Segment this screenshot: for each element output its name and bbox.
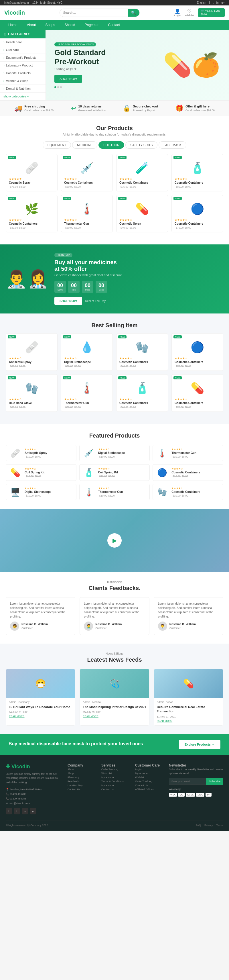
site-logo[interactable]: Vicodin [4, 10, 25, 16]
sidebar-item-healthcare[interactable]: Health care [0, 38, 46, 46]
product-card[interactable]: NEW 🌡️ ★★★★☆ Thermometer Gun $30.00$8.00 [61, 195, 113, 232]
user-icon-area[interactable]: 👤 Login [174, 9, 181, 17]
nav-shops[interactable]: Shops [41, 20, 59, 30]
social-instagram[interactable]: in [22, 808, 28, 815]
dot-2[interactable] [57, 86, 59, 88]
featured-card[interactable]: 🧤 ★★★★☆ Cosmetic Containers $10.00$8.00 [153, 484, 223, 500]
footer-link-ordertrack[interactable]: Order Tracking [101, 767, 130, 772]
news-card[interactable]: 💊 Admin Views Resuire Commercial Real Es… [154, 669, 223, 725]
news-card[interactable]: 🩺 Admin Medical The Most Inspiring Inter… [80, 669, 149, 725]
social-in[interactable]: in [216, 1, 219, 4]
social-fb[interactable]: f [209, 1, 210, 4]
nav-home[interactable]: Home [4, 20, 22, 30]
footer-link-login[interactable]: Login [135, 767, 163, 772]
tab-safety[interactable]: SAFETY SUITS [125, 141, 158, 149]
product-card[interactable]: NEW 🧤 ★★★★☆ Blue Hand Glove $30.00$8.00 [6, 374, 58, 412]
tab-solution[interactable]: SOLUTION [98, 141, 124, 149]
news-read-more[interactable]: READ MORE [83, 715, 146, 718]
featured-card[interactable]: 💉 ★★★★☆ Digital Stethoscope $10.00$8.00 [79, 445, 150, 461]
play-button[interactable]: ▶ [107, 533, 122, 547]
footer-link-myaccount[interactable]: My account [101, 775, 130, 780]
footer-desc: Lorem ipsum is simply dummy text of the … [6, 772, 62, 784]
product-card[interactable]: NEW 🧴 ★★★★☆ Cosmetic Containers $40.00$8… [116, 374, 168, 412]
featured-card[interactable]: 🔵 ★★★★☆ Cosmetic Containers $10.00$8.00 [153, 464, 223, 481]
product-card[interactable]: NEW 💊 ★★★★☆ Cosmetic Containers $75.00$8… [171, 374, 223, 412]
product-card[interactable]: NEW 🩹 ★★★★☆ Antiseptic Spray $30.00$8.00 [6, 333, 58, 371]
nav-shopid[interactable]: Shopid [60, 20, 79, 30]
sidebar-more[interactable]: show categories ▾ [0, 92, 46, 100]
nav-about[interactable]: About [23, 20, 40, 30]
cta-button[interactable]: Explore Products → [179, 740, 220, 749]
featured-card[interactable]: 🧴 ★★★★☆ Coil Spring Kit $10.00$8.00 [79, 464, 150, 481]
footer-link-pharmacy[interactable]: Pharmacy [68, 775, 96, 780]
product-card[interactable]: NEW 💉 ★★★★☆ Cosmetic Containers $30.00$8… [61, 154, 113, 191]
promo-shop-button[interactable]: SHOP NOW [54, 297, 82, 305]
footer-link-ordertrack2[interactable]: Order Tracking [135, 780, 163, 783]
product-card[interactable]: NEW 🌿 ★★★★☆ Cosmetic Containers $30.00$8… [6, 195, 58, 232]
footer-link-shop[interactable]: Shop [68, 772, 96, 775]
dot-1[interactable] [54, 86, 56, 88]
footer-link-myaccount2[interactable]: My account [101, 783, 130, 788]
footer-privacy-link[interactable]: Privacy [204, 824, 213, 827]
promo-deal-link[interactable]: Deal of The Day [85, 299, 106, 302]
search-input[interactable] [60, 9, 128, 17]
footer-link-wishlist[interactable]: Wish List [101, 772, 130, 775]
footer-link-affiliated[interactable]: Affiliated Offices [135, 788, 163, 791]
hero-shop-button[interactable]: SHOP NOW [54, 75, 82, 83]
footer-link-contact[interactable]: Contact Us [68, 788, 96, 791]
featured-card[interactable]: 💊 ★★★★☆ Coil Spring Kit $10.00$8.00 [6, 464, 76, 481]
sidebar: ⊞ CATEGORIES Health care Oral care Equip… [0, 30, 46, 100]
sidebar-item-oralcare[interactable]: Oral care [0, 46, 46, 54]
footer-faq-link[interactable]: FAQ [196, 824, 201, 827]
wishlist-icon-area[interactable]: ♡ Wishlist [185, 9, 194, 17]
social-youtube[interactable]: y [30, 808, 36, 815]
footer-link-terms[interactable]: Terms & Conditions [101, 780, 130, 783]
featured-card[interactable]: 🌡️ ★★★★☆ Thermometer Gun $10.00$8.00 [153, 445, 223, 461]
sidebar-item-vitamin[interactable]: Vitamin & Sleep [0, 77, 46, 85]
sidebar-item-hospital[interactable]: Hospital Products [0, 69, 46, 77]
footer-link-contactus[interactable]: Contact us [101, 788, 130, 791]
footer-link-wishlist2[interactable]: Wishlist [135, 775, 163, 780]
featured-card[interactable]: 🩹 ★★★★☆ Antiseptic Spray $10.00$8.00 [6, 445, 76, 461]
footer-link-myaccount3[interactable]: My account [135, 772, 163, 775]
tab-medicine[interactable]: MEDICINE [72, 141, 97, 149]
nav-pagemar[interactable]: Pagemar [81, 20, 103, 30]
search-button[interactable]: 🔍 [128, 9, 139, 17]
featured-card[interactable]: 🌡️ ★★★★☆ Thermometer Gun $10.00$8.00 [79, 484, 150, 500]
tab-equipment[interactable]: EQUIPMENT [43, 141, 71, 149]
sidebar-item-dental[interactable]: Dental & Nutrition [0, 85, 46, 92]
footer-link-feedback[interactable]: Feedback [68, 780, 96, 783]
social-twitter[interactable]: t [14, 808, 20, 815]
sidebar-item-laboratory[interactable]: Laboratory Product [0, 62, 46, 69]
footer-terms-link[interactable]: Terms [216, 824, 224, 827]
product-card[interactable]: NEW 🔵 ★★★★☆ Cosmetic Containers $75.00$8… [171, 195, 223, 232]
dot-3[interactable] [60, 86, 62, 88]
language-selector[interactable]: English [197, 1, 206, 4]
sidebar-item-equipment[interactable]: Equipment's Products [0, 54, 46, 62]
footer-link-about[interactable]: About [68, 767, 96, 772]
news-read-more[interactable]: READ MORE [9, 715, 72, 718]
product-card[interactable]: NEW 🌡️ ★★★★☆ Thermometer Gun $30.00$8.00 [61, 374, 113, 412]
featured-card[interactable]: 🖥️ ★★★★☆ Digital Stethoscope $10.00$8.00 [6, 484, 76, 500]
product-card[interactable]: NEW 🔵 ★★★★☆ Cosmetic Containers $75.00$8… [171, 333, 223, 371]
news-read-more[interactable]: READ MORE [157, 719, 220, 722]
tab-facemask[interactable]: FACE MASK [159, 141, 186, 149]
footer-link-contactus2[interactable]: Contact Us [135, 783, 163, 788]
social-facebook[interactable]: f [6, 808, 12, 815]
newsletter-submit[interactable]: Subscribe [206, 778, 223, 785]
social-gp[interactable]: g+ [221, 1, 225, 4]
product-card[interactable]: NEW 💧 ★★★★☆ Digital Stethoscope $30.00$8… [61, 333, 113, 371]
cart-button[interactable]: 🛒 YOUR CART $0.00 [198, 8, 225, 17]
newsletter-input[interactable] [169, 778, 206, 785]
search-box[interactable]: 🔍 [60, 9, 140, 17]
footer-link-location[interactable]: Location Map [68, 783, 96, 788]
nav-contact[interactable]: Contact [104, 20, 124, 30]
product-card[interactable]: NEW 🩹 ★★★★★ Cosmetic Spray $75.00$8.00 [6, 154, 58, 191]
product-card[interactable]: NEW 🧴 ★★★★☆ Cosmetic Containers $85.00$8… [171, 154, 223, 191]
product-card[interactable]: NEW 🧪 ★★★★☆ Cosmetic Containers $75.00$8… [116, 154, 168, 191]
footer-logo-icon: ✚ [6, 764, 10, 769]
product-card[interactable]: NEW 🧤 ★★★★☆ Cosmetic Containers $40.00$8… [116, 333, 168, 371]
social-tw[interactable]: t [213, 1, 213, 4]
news-card[interactable]: 😷 Admin Company 10 Brilliant Ways To Dec… [6, 669, 75, 725]
product-card[interactable]: NEW 💊 ★★★★☆ Cosmetic Spray $40.00$8.00 [116, 195, 168, 232]
